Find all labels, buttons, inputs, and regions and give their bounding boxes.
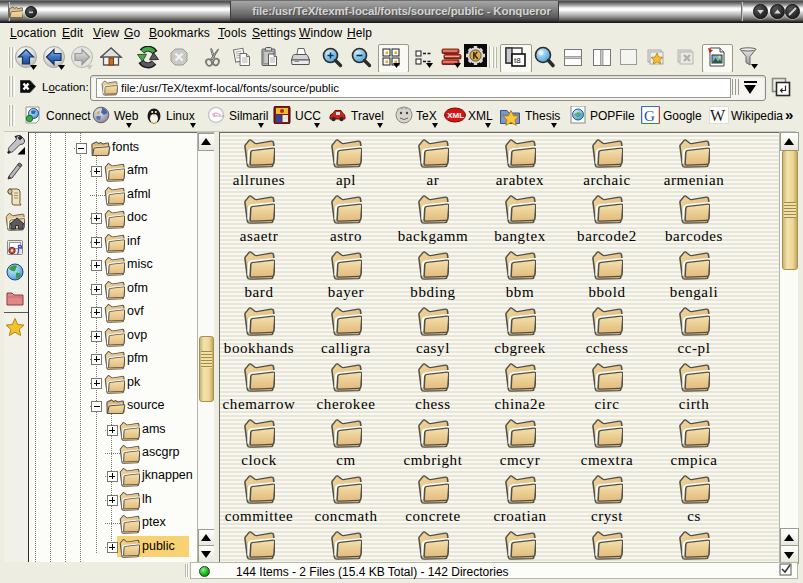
svg-text:XML: XML bbox=[447, 111, 464, 120]
svg-text:Asuka: Asuka bbox=[213, 113, 225, 118]
svg-text:t8: t8 bbox=[514, 56, 521, 65]
svg-text:W: W bbox=[710, 107, 726, 124]
svg-text:G: G bbox=[644, 108, 655, 124]
